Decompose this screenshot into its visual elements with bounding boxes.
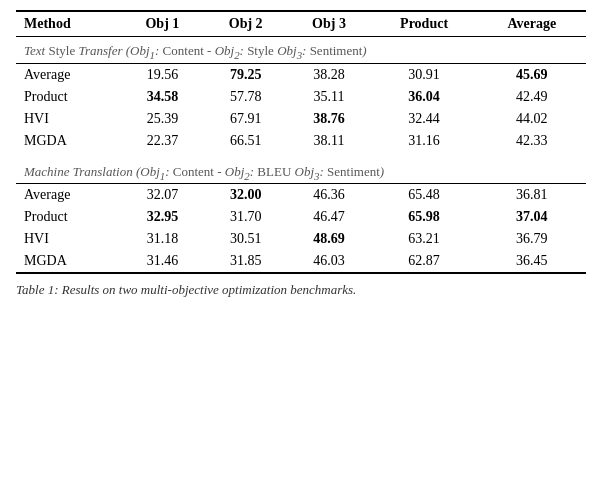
table-row: Average19.5679.2538.2830.9145.69 xyxy=(16,64,586,86)
cell-average-1: 37.04 xyxy=(478,206,586,228)
cell-obj3-2: 38.76 xyxy=(287,108,370,130)
cell-average-3: 36.45 xyxy=(478,250,586,273)
cell-obj2-1: 31.70 xyxy=(204,206,287,228)
col-header-average: Average xyxy=(478,11,586,37)
table-caption: Table 1: Results on two multi-objective … xyxy=(16,282,586,298)
table-row: MGDA31.4631.8546.0362.8736.45 xyxy=(16,250,586,273)
cell-obj1-0: 19.56 xyxy=(121,64,204,86)
cell-product-3: 62.87 xyxy=(371,250,478,273)
cell-product-1: 36.04 xyxy=(371,86,478,108)
table-row: Product34.5857.7835.1136.0442.49 xyxy=(16,86,586,108)
cell-obj2-1: 57.78 xyxy=(204,86,287,108)
cell-method-3: MGDA xyxy=(16,130,121,152)
cell-product-1: 65.98 xyxy=(371,206,478,228)
cell-method-3: MGDA xyxy=(16,250,121,273)
cell-obj3-2: 48.69 xyxy=(287,228,370,250)
col-header-obj-2: Obj 2 xyxy=(204,11,287,37)
cell-obj3-0: 46.36 xyxy=(287,184,370,206)
cell-obj3-1: 46.47 xyxy=(287,206,370,228)
cell-product-3: 31.16 xyxy=(371,130,478,152)
cell-average-2: 44.02 xyxy=(478,108,586,130)
section-header-1: Machine Translation (Obj1: Content - Obj… xyxy=(16,158,586,184)
cell-method-1: Product xyxy=(16,86,121,108)
cell-average-3: 42.33 xyxy=(478,130,586,152)
col-header-product: Product xyxy=(371,11,478,37)
table-row: MGDA22.3766.5138.1131.1642.33 xyxy=(16,130,586,152)
cell-average-2: 36.79 xyxy=(478,228,586,250)
cell-obj1-3: 31.46 xyxy=(121,250,204,273)
cell-method-0: Average xyxy=(16,184,121,206)
cell-obj1-1: 34.58 xyxy=(121,86,204,108)
cell-product-0: 65.48 xyxy=(371,184,478,206)
cell-average-0: 45.69 xyxy=(478,64,586,86)
cell-method-2: HVI xyxy=(16,108,121,130)
cell-average-0: 36.81 xyxy=(478,184,586,206)
cell-product-0: 30.91 xyxy=(371,64,478,86)
cell-obj3-3: 38.11 xyxy=(287,130,370,152)
cell-obj1-2: 25.39 xyxy=(121,108,204,130)
cell-obj3-3: 46.03 xyxy=(287,250,370,273)
results-table: MethodObj 1Obj 2Obj 3ProductAverage Text… xyxy=(16,10,586,274)
cell-obj3-1: 35.11 xyxy=(287,86,370,108)
col-header-obj-3: Obj 3 xyxy=(287,11,370,37)
cell-obj2-0: 79.25 xyxy=(204,64,287,86)
cell-average-1: 42.49 xyxy=(478,86,586,108)
table-row: HVI25.3967.9138.7632.4444.02 xyxy=(16,108,586,130)
cell-obj2-0: 32.00 xyxy=(204,184,287,206)
section-header-0: Text Style Transfer (Obj1: Content - Obj… xyxy=(16,37,586,64)
cell-obj1-3: 22.37 xyxy=(121,130,204,152)
cell-obj2-2: 30.51 xyxy=(204,228,287,250)
cell-obj2-2: 67.91 xyxy=(204,108,287,130)
cell-obj2-3: 66.51 xyxy=(204,130,287,152)
table-row: Average32.0732.0046.3665.4836.81 xyxy=(16,184,586,206)
cell-obj2-3: 31.85 xyxy=(204,250,287,273)
cell-obj1-1: 32.95 xyxy=(121,206,204,228)
cell-obj1-2: 31.18 xyxy=(121,228,204,250)
cell-method-2: HVI xyxy=(16,228,121,250)
col-header-method: Method xyxy=(16,11,121,37)
table-row: Product32.9531.7046.4765.9837.04 xyxy=(16,206,586,228)
cell-method-1: Product xyxy=(16,206,121,228)
cell-product-2: 63.21 xyxy=(371,228,478,250)
cell-obj1-0: 32.07 xyxy=(121,184,204,206)
cell-obj3-0: 38.28 xyxy=(287,64,370,86)
table-row: HVI31.1830.5148.6963.2136.79 xyxy=(16,228,586,250)
cell-product-2: 32.44 xyxy=(371,108,478,130)
cell-method-0: Average xyxy=(16,64,121,86)
col-header-obj-1: Obj 1 xyxy=(121,11,204,37)
